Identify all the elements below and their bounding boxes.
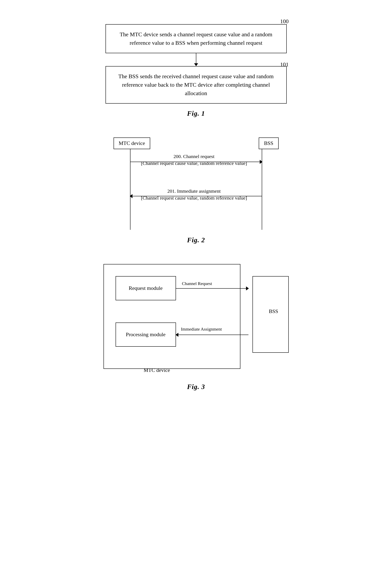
fig2-msg1: 200. Channel request [Channel request ca… bbox=[138, 153, 251, 167]
fig1-box2: The BSS sends the received channel reque… bbox=[106, 66, 287, 104]
fig2-caption: Fig. 2 bbox=[187, 236, 205, 244]
fig3-bss-box bbox=[252, 276, 289, 353]
fig1-box2-wrapper: 101 The BSS sends the received channel r… bbox=[106, 66, 287, 104]
fig3-immediate-assignment-arrow bbox=[176, 335, 249, 335]
fig2-bss-box: BSS bbox=[259, 137, 279, 149]
fig2-mtc-box: MTC device bbox=[113, 137, 150, 149]
fig2-arrow2-head bbox=[130, 194, 132, 198]
fig2-arrow1-head bbox=[260, 160, 263, 164]
arrow-line bbox=[196, 53, 196, 63]
fig1-arrow-down bbox=[106, 53, 287, 66]
fig3-channel-request-label: Channel Request bbox=[182, 281, 212, 287]
fig2-mtc-lifeline bbox=[130, 149, 130, 230]
arrow-head bbox=[194, 63, 198, 66]
fig3-immediate-assignment-label: Immediate Assignment bbox=[181, 326, 222, 332]
fig1-label-100: 100 bbox=[280, 18, 289, 25]
fig1-caption: Fig. 1 bbox=[187, 110, 205, 117]
fig3-request-module-box: Request module bbox=[116, 276, 176, 300]
fig3-immediate-assignment-arrowhead bbox=[176, 333, 178, 337]
fig2-msg2: 201. Immediate assignment [Channel reque… bbox=[138, 188, 251, 201]
fig3-processing-module-box: Processing module bbox=[116, 323, 176, 347]
fig1-box1: The MTC device sends a channel request c… bbox=[106, 24, 287, 53]
fig3-section: MTC device BSS Request module Processing… bbox=[40, 264, 352, 391]
fig1-label-101: 101 bbox=[280, 61, 289, 68]
fig1-diagram: 100 The MTC device sends a channel reque… bbox=[106, 24, 287, 104]
fig2-section: MTC device BSS 200. Channel request [Cha… bbox=[40, 137, 352, 244]
fig3-channel-request-arrow bbox=[176, 288, 249, 289]
fig3-channel-request-arrowhead bbox=[246, 286, 249, 290]
fig3-caption: Fig. 3 bbox=[187, 383, 205, 391]
fig3-mtc-label: MTC device bbox=[144, 367, 170, 373]
fig3-bss-label: BSS bbox=[269, 308, 278, 314]
fig1-section: 100 The MTC device sends a channel reque… bbox=[40, 24, 352, 117]
fig3-diagram-wrapper: MTC device BSS Request module Processing… bbox=[103, 264, 289, 377]
page: 100 The MTC device sends a channel reque… bbox=[0, 0, 392, 569]
fig2-diagram: MTC device BSS 200. Channel request [Cha… bbox=[106, 137, 287, 230]
